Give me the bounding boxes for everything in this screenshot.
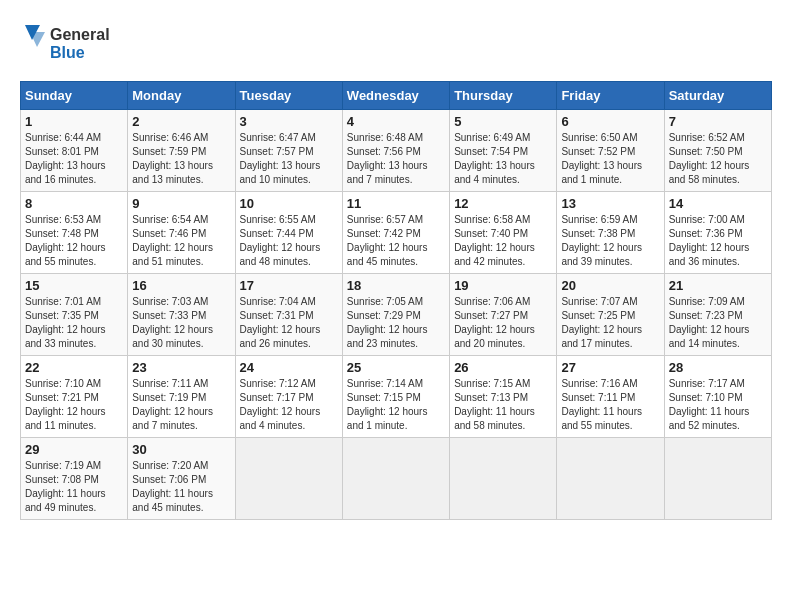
calendar-cell: 6Sunrise: 6:50 AM Sunset: 7:52 PM Daylig… bbox=[557, 110, 664, 192]
day-number: 24 bbox=[240, 360, 338, 375]
day-info: Sunrise: 7:14 AM Sunset: 7:15 PM Dayligh… bbox=[347, 377, 445, 433]
col-header-thursday: Thursday bbox=[450, 82, 557, 110]
day-number: 14 bbox=[669, 196, 767, 211]
day-info: Sunrise: 6:46 AM Sunset: 7:59 PM Dayligh… bbox=[132, 131, 230, 187]
day-info: Sunrise: 6:47 AM Sunset: 7:57 PM Dayligh… bbox=[240, 131, 338, 187]
calendar-cell: 17Sunrise: 7:04 AM Sunset: 7:31 PM Dayli… bbox=[235, 274, 342, 356]
calendar-cell: 18Sunrise: 7:05 AM Sunset: 7:29 PM Dayli… bbox=[342, 274, 449, 356]
calendar-cell: 25Sunrise: 7:14 AM Sunset: 7:15 PM Dayli… bbox=[342, 356, 449, 438]
day-number: 3 bbox=[240, 114, 338, 129]
day-info: Sunrise: 7:12 AM Sunset: 7:17 PM Dayligh… bbox=[240, 377, 338, 433]
calendar-cell: 14Sunrise: 7:00 AM Sunset: 7:36 PM Dayli… bbox=[664, 192, 771, 274]
calendar-cell: 9Sunrise: 6:54 AM Sunset: 7:46 PM Daylig… bbox=[128, 192, 235, 274]
day-info: Sunrise: 7:15 AM Sunset: 7:13 PM Dayligh… bbox=[454, 377, 552, 433]
day-info: Sunrise: 7:05 AM Sunset: 7:29 PM Dayligh… bbox=[347, 295, 445, 351]
day-info: Sunrise: 7:10 AM Sunset: 7:21 PM Dayligh… bbox=[25, 377, 123, 433]
day-info: Sunrise: 7:01 AM Sunset: 7:35 PM Dayligh… bbox=[25, 295, 123, 351]
svg-text:General: General bbox=[50, 26, 110, 43]
col-header-saturday: Saturday bbox=[664, 82, 771, 110]
day-number: 30 bbox=[132, 442, 230, 457]
calendar-cell: 24Sunrise: 7:12 AM Sunset: 7:17 PM Dayli… bbox=[235, 356, 342, 438]
day-info: Sunrise: 7:16 AM Sunset: 7:11 PM Dayligh… bbox=[561, 377, 659, 433]
day-info: Sunrise: 7:04 AM Sunset: 7:31 PM Dayligh… bbox=[240, 295, 338, 351]
day-info: Sunrise: 7:17 AM Sunset: 7:10 PM Dayligh… bbox=[669, 377, 767, 433]
day-info: Sunrise: 7:09 AM Sunset: 7:23 PM Dayligh… bbox=[669, 295, 767, 351]
day-number: 22 bbox=[25, 360, 123, 375]
day-number: 25 bbox=[347, 360, 445, 375]
day-info: Sunrise: 6:44 AM Sunset: 8:01 PM Dayligh… bbox=[25, 131, 123, 187]
calendar-cell: 21Sunrise: 7:09 AM Sunset: 7:23 PM Dayli… bbox=[664, 274, 771, 356]
day-number: 21 bbox=[669, 278, 767, 293]
day-number: 8 bbox=[25, 196, 123, 211]
calendar-table: SundayMondayTuesdayWednesdayThursdayFrid… bbox=[20, 81, 772, 520]
logo: GeneralBlue bbox=[20, 20, 120, 65]
calendar-cell: 27Sunrise: 7:16 AM Sunset: 7:11 PM Dayli… bbox=[557, 356, 664, 438]
calendar-cell: 10Sunrise: 6:55 AM Sunset: 7:44 PM Dayli… bbox=[235, 192, 342, 274]
calendar-cell bbox=[664, 438, 771, 520]
calendar-cell bbox=[235, 438, 342, 520]
calendar-cell: 2Sunrise: 6:46 AM Sunset: 7:59 PM Daylig… bbox=[128, 110, 235, 192]
day-info: Sunrise: 6:53 AM Sunset: 7:48 PM Dayligh… bbox=[25, 213, 123, 269]
day-number: 17 bbox=[240, 278, 338, 293]
calendar-cell: 19Sunrise: 7:06 AM Sunset: 7:27 PM Dayli… bbox=[450, 274, 557, 356]
day-info: Sunrise: 7:20 AM Sunset: 7:06 PM Dayligh… bbox=[132, 459, 230, 515]
day-info: Sunrise: 7:06 AM Sunset: 7:27 PM Dayligh… bbox=[454, 295, 552, 351]
day-number: 7 bbox=[669, 114, 767, 129]
day-number: 20 bbox=[561, 278, 659, 293]
day-number: 13 bbox=[561, 196, 659, 211]
day-info: Sunrise: 6:54 AM Sunset: 7:46 PM Dayligh… bbox=[132, 213, 230, 269]
logo-svg: GeneralBlue bbox=[20, 20, 120, 65]
day-info: Sunrise: 7:03 AM Sunset: 7:33 PM Dayligh… bbox=[132, 295, 230, 351]
day-number: 10 bbox=[240, 196, 338, 211]
svg-text:Blue: Blue bbox=[50, 44, 85, 61]
day-number: 28 bbox=[669, 360, 767, 375]
calendar-cell: 23Sunrise: 7:11 AM Sunset: 7:19 PM Dayli… bbox=[128, 356, 235, 438]
calendar-cell: 29Sunrise: 7:19 AM Sunset: 7:08 PM Dayli… bbox=[21, 438, 128, 520]
day-number: 23 bbox=[132, 360, 230, 375]
calendar-cell: 30Sunrise: 7:20 AM Sunset: 7:06 PM Dayli… bbox=[128, 438, 235, 520]
day-number: 5 bbox=[454, 114, 552, 129]
day-info: Sunrise: 6:52 AM Sunset: 7:50 PM Dayligh… bbox=[669, 131, 767, 187]
calendar-cell: 12Sunrise: 6:58 AM Sunset: 7:40 PM Dayli… bbox=[450, 192, 557, 274]
day-info: Sunrise: 7:19 AM Sunset: 7:08 PM Dayligh… bbox=[25, 459, 123, 515]
day-number: 4 bbox=[347, 114, 445, 129]
day-info: Sunrise: 6:48 AM Sunset: 7:56 PM Dayligh… bbox=[347, 131, 445, 187]
day-number: 11 bbox=[347, 196, 445, 211]
calendar-cell bbox=[342, 438, 449, 520]
calendar-cell: 4Sunrise: 6:48 AM Sunset: 7:56 PM Daylig… bbox=[342, 110, 449, 192]
day-info: Sunrise: 6:58 AM Sunset: 7:40 PM Dayligh… bbox=[454, 213, 552, 269]
calendar-cell: 3Sunrise: 6:47 AM Sunset: 7:57 PM Daylig… bbox=[235, 110, 342, 192]
calendar-cell bbox=[557, 438, 664, 520]
day-info: Sunrise: 6:49 AM Sunset: 7:54 PM Dayligh… bbox=[454, 131, 552, 187]
calendar-cell: 26Sunrise: 7:15 AM Sunset: 7:13 PM Dayli… bbox=[450, 356, 557, 438]
day-number: 2 bbox=[132, 114, 230, 129]
day-number: 12 bbox=[454, 196, 552, 211]
calendar-cell: 15Sunrise: 7:01 AM Sunset: 7:35 PM Dayli… bbox=[21, 274, 128, 356]
day-info: Sunrise: 6:55 AM Sunset: 7:44 PM Dayligh… bbox=[240, 213, 338, 269]
day-number: 9 bbox=[132, 196, 230, 211]
day-number: 16 bbox=[132, 278, 230, 293]
calendar-cell: 11Sunrise: 6:57 AM Sunset: 7:42 PM Dayli… bbox=[342, 192, 449, 274]
calendar-cell: 1Sunrise: 6:44 AM Sunset: 8:01 PM Daylig… bbox=[21, 110, 128, 192]
day-number: 15 bbox=[25, 278, 123, 293]
calendar-cell: 22Sunrise: 7:10 AM Sunset: 7:21 PM Dayli… bbox=[21, 356, 128, 438]
calendar-cell bbox=[450, 438, 557, 520]
calendar-cell: 28Sunrise: 7:17 AM Sunset: 7:10 PM Dayli… bbox=[664, 356, 771, 438]
calendar-cell: 5Sunrise: 6:49 AM Sunset: 7:54 PM Daylig… bbox=[450, 110, 557, 192]
day-number: 6 bbox=[561, 114, 659, 129]
day-info: Sunrise: 7:07 AM Sunset: 7:25 PM Dayligh… bbox=[561, 295, 659, 351]
day-info: Sunrise: 6:50 AM Sunset: 7:52 PM Dayligh… bbox=[561, 131, 659, 187]
day-info: Sunrise: 7:11 AM Sunset: 7:19 PM Dayligh… bbox=[132, 377, 230, 433]
col-header-monday: Monday bbox=[128, 82, 235, 110]
col-header-friday: Friday bbox=[557, 82, 664, 110]
col-header-sunday: Sunday bbox=[21, 82, 128, 110]
day-number: 1 bbox=[25, 114, 123, 129]
col-header-tuesday: Tuesday bbox=[235, 82, 342, 110]
calendar-cell: 7Sunrise: 6:52 AM Sunset: 7:50 PM Daylig… bbox=[664, 110, 771, 192]
day-info: Sunrise: 7:00 AM Sunset: 7:36 PM Dayligh… bbox=[669, 213, 767, 269]
calendar-cell: 20Sunrise: 7:07 AM Sunset: 7:25 PM Dayli… bbox=[557, 274, 664, 356]
day-number: 26 bbox=[454, 360, 552, 375]
page-header: GeneralBlue bbox=[20, 20, 772, 65]
calendar-cell: 13Sunrise: 6:59 AM Sunset: 7:38 PM Dayli… bbox=[557, 192, 664, 274]
day-number: 27 bbox=[561, 360, 659, 375]
